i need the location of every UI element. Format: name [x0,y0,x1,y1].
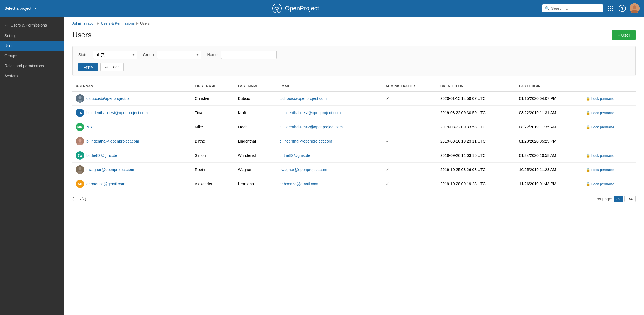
svg-rect-9 [612,10,613,11]
breadcrumb-administration[interactable]: Administration [72,21,95,25]
administrator-cell [382,120,437,134]
username-link[interactable]: b.lindenthal@openproject.com [86,139,139,143]
user-cell-4: SWbirthe82@gmx.de [72,148,191,163]
email-cell: birthe82@gmx.de [276,148,382,163]
lock-button[interactable]: 🔒Lock permane [586,97,632,101]
lock-icon: 🔒 [586,111,590,115]
email-link[interactable]: c.dubois@openproject.com [279,96,327,101]
table-row: TKb.lindenthal+test@openproject.comTinaK… [72,106,636,120]
lastname-cell: Hermann [235,177,276,191]
per-page-20[interactable]: 20 [614,196,623,202]
email-cell: b.lindenthal+test@openproject.com [276,106,382,120]
username-link[interactable]: dr.boonzo@gmail.com [86,182,125,186]
lock-icon: 🔒 [586,97,590,101]
project-selector[interactable]: Select a project ▼ [4,6,49,11]
sidebar: ← Users & Permissions SettingsUsersGroup… [0,17,64,315]
help-icon[interactable]: ? [618,4,627,13]
email-link[interactable]: b.lindenthal+test2@openproject.com [279,125,343,129]
last-login-cell: 08/22/2019 11:35 AM [516,120,582,134]
lock-button[interactable]: 🔒Lock permane [586,168,632,172]
per-page-label: Per page: [595,197,612,201]
add-user-button[interactable]: + User [612,30,636,40]
sidebar-back-button[interactable]: ← Users & Permissions [0,20,64,31]
avatar: MM [76,123,84,131]
sidebar-item-settings[interactable]: Settings [0,31,64,41]
firstname-cell: Birthe [191,134,235,148]
per-page-selector: Per page: 20 100 [595,196,636,202]
administrator-cell: ✓ [382,177,437,191]
checkmark-icon: ✓ [386,182,389,186]
undo-icon: ↩ [105,65,108,69]
email-cell: r.wagner@openproject.com [276,163,382,177]
project-selector-label: Select a project [4,6,31,11]
col-header-email: EMAIL [276,81,382,91]
administrator-cell: ✓ [382,163,437,177]
modules-icon[interactable] [606,4,615,13]
pagination: (1 - 7/7) Per page: 20 100 [64,191,644,206]
sidebar-item-avatars[interactable]: Avatars [0,71,64,81]
chevron-down-icon: ▼ [34,6,37,10]
per-page-100[interactable]: 100 [624,196,636,202]
lock-button[interactable]: 🔒Lock permane [586,125,632,129]
topnav-center: OpenProject [49,3,542,13]
created-on-cell: 2019-08-22 09:30:59 UTC [437,106,516,120]
breadcrumb-users-permissions[interactable]: Users & Permissions [101,21,135,25]
app-logo-text: OpenProject [285,5,319,12]
group-select[interactable] [157,51,201,59]
name-input[interactable] [221,51,277,59]
col-header-last_login: LAST LOGIN [516,81,582,91]
users-table: USERNAMEFIRST NAMELAST NAMEEMAILADMINIST… [72,81,636,191]
col-header-firstname: FIRST NAME [191,81,235,91]
created-on-cell: 2019-08-22 09:33:58 UTC [437,120,516,134]
username-link[interactable]: r.wagner@openproject.com [86,167,134,172]
username-link[interactable]: c.dubois@openproject.com [86,96,134,101]
checkmark-icon: ✓ [386,167,389,172]
apply-button[interactable]: Apply [78,63,98,71]
main-layout: ← Users & Permissions SettingsUsersGroup… [0,17,644,315]
lock-action-cell: 🔒Lock permane [582,177,636,191]
status-select[interactable]: all (7) active locked registered [93,51,137,59]
name-filter-group: Name: [207,51,276,59]
lastname-cell: Moch [235,120,276,134]
sidebar-nav: SettingsUsersGroupsRoles and permissions… [0,31,64,81]
sidebar-item-users[interactable]: Users [0,41,64,51]
lock-button[interactable]: 🔒Lock permane [586,182,632,186]
user-cell-5: r.wagner@openproject.com [72,163,191,177]
sidebar-item-roles-permissions[interactable]: Roles and permissions [0,61,64,71]
user-avatar[interactable] [630,3,640,13]
avatar [76,94,84,103]
search-box[interactable]: 🔍 [542,4,603,12]
col-header-lastname: LAST NAME [235,81,276,91]
breadcrumb-users: Users [140,21,150,25]
lock-button[interactable]: 🔒Lock permane [586,111,632,115]
email-link[interactable]: b.lindenthal@openproject.com [279,139,332,143]
user-cell-0: c.dubois@openproject.com [72,91,191,106]
topnav: Select a project ▼ OpenProject 🔍 [0,0,644,17]
email-link[interactable]: b.lindenthal+test@openproject.com [279,110,341,115]
sidebar-item-groups[interactable]: Groups [0,51,64,61]
breadcrumb: Administration ▶ Users & Permissions ▶ U… [64,17,644,28]
table-row: SWbirthe82@gmx.deSimonWunderlichbirthe82… [72,148,636,163]
email-link[interactable]: birthe82@gmx.de [279,153,310,158]
lastname-cell: Wagner [235,163,276,177]
back-arrow-icon: ← [4,23,8,27]
username-link[interactable]: Mike [86,125,95,129]
table-row: AHdr.boonzo@gmail.comAlexanderHermanndr.… [72,177,636,191]
checkmark-icon: ✓ [386,139,389,144]
username-link[interactable]: birthe82@gmx.de [86,153,117,158]
users-table-container: USERNAMEFIRST NAMELAST NAMEEMAILADMINIST… [72,81,636,191]
last-login-cell: 01/15/2020 04:07 PM [516,91,582,106]
lock-icon: 🔒 [586,125,590,129]
col-header-created_on: CREATED ON [437,81,516,91]
last-login-cell: 10/25/2019 11:23 AM [516,163,582,177]
email-link[interactable]: r.wagner@openproject.com [279,167,327,172]
created-on-cell: 2019-08-16 19:23:11 UTC [437,134,516,148]
clear-button[interactable]: ↩ Clear [100,63,123,71]
filter-row: Status: all (7) active locked registered… [78,51,630,59]
lock-button[interactable]: 🔒Lock permane [586,153,632,158]
email-link[interactable]: dr.boonzo@gmail.com [279,182,318,186]
search-input[interactable] [551,6,601,11]
lock-action-cell: 🔒Lock permane [582,163,636,177]
status-filter-group: Status: all (7) active locked registered [78,51,137,59]
username-link[interactable]: b.lindenthal+test@openproject.com [86,110,148,115]
